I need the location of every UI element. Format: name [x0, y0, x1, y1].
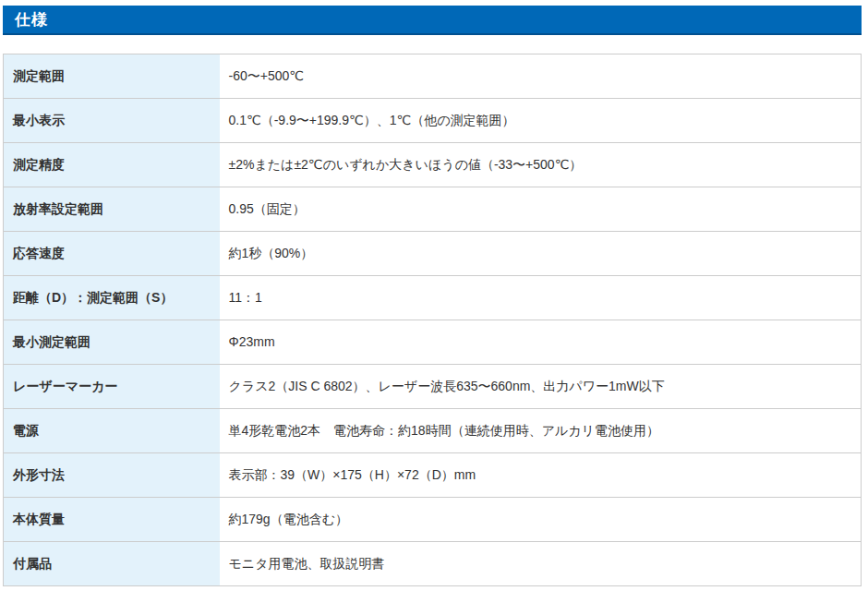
spec-value: 単4形乾電池2本 電池寿命：約18時間（連続使用時、アルカリ電池使用） [220, 409, 862, 453]
spec-label: 最小測定範囲 [4, 320, 220, 365]
spec-value: 約179g（電池含む） [220, 498, 862, 542]
spec-value: -60〜+500℃ [220, 54, 862, 99]
spec-table: 測定範囲 -60〜+500℃ 最小表示 0.1℃（-9.9〜+199.9℃）、1… [3, 54, 862, 586]
spec-value: 約1秒（90%） [220, 232, 862, 276]
spec-value: 11：1 [220, 276, 862, 320]
spec-label: レーザーマーカー [4, 365, 220, 409]
spec-value: 0.95（固定） [220, 187, 862, 232]
spec-row: 測定範囲 -60〜+500℃ [4, 54, 862, 99]
spec-row: 距離（D）：測定範囲（S） 11：1 [4, 276, 862, 320]
spec-row: 測定精度 ±2%または±2℃のいずれか大きいほうの値（-33〜+500℃） [4, 143, 862, 187]
spec-value: 0.1℃（-9.9〜+199.9℃）、1℃（他の測定範囲） [220, 99, 862, 143]
spec-label: 付属品 [4, 542, 220, 586]
section-title-bar: 仕様 [3, 6, 862, 35]
spec-label: 放射率設定範囲 [4, 187, 220, 232]
spec-row: レーザーマーカー クラス2（JIS C 6802）、レーザー波長635〜660n… [4, 365, 862, 409]
spec-section: 仕様 測定範囲 -60〜+500℃ 最小表示 0.1℃（-9.9〜+199.9℃… [0, 0, 868, 603]
spec-label: 距離（D）：測定範囲（S） [4, 276, 220, 320]
spec-value: Φ23mm [220, 320, 862, 365]
spec-label: 応答速度 [4, 232, 220, 276]
spec-label: 本体質量 [4, 498, 220, 542]
spec-row: 最小測定範囲 Φ23mm [4, 320, 862, 365]
spec-row: 放射率設定範囲 0.95（固定） [4, 187, 862, 232]
spec-label: 測定範囲 [4, 54, 220, 99]
spec-row: 付属品 モニタ用電池、取扱説明書 [4, 542, 862, 586]
spec-row: 電源 単4形乾電池2本 電池寿命：約18時間（連続使用時、アルカリ電池使用） [4, 409, 862, 453]
spec-row: 外形寸法 表示部：39（W）×175（H）×72（D）mm [4, 453, 862, 498]
spec-row: 応答速度 約1秒（90%） [4, 232, 862, 276]
spec-value: ±2%または±2℃のいずれか大きいほうの値（-33〜+500℃） [220, 143, 862, 187]
spec-label: 外形寸法 [4, 453, 220, 498]
spec-label: 電源 [4, 409, 220, 453]
section-title: 仕様 [15, 9, 48, 30]
spec-label: 最小表示 [4, 99, 220, 143]
spec-label: 測定精度 [4, 143, 220, 187]
spec-row: 最小表示 0.1℃（-9.9〜+199.9℃）、1℃（他の測定範囲） [4, 99, 862, 143]
spec-value: クラス2（JIS C 6802）、レーザー波長635〜660nm、出力パワー1m… [220, 365, 862, 409]
spec-value: 表示部：39（W）×175（H）×72（D）mm [220, 453, 862, 498]
spec-value: モニタ用電池、取扱説明書 [220, 542, 862, 586]
spec-row: 本体質量 約179g（電池含む） [4, 498, 862, 542]
